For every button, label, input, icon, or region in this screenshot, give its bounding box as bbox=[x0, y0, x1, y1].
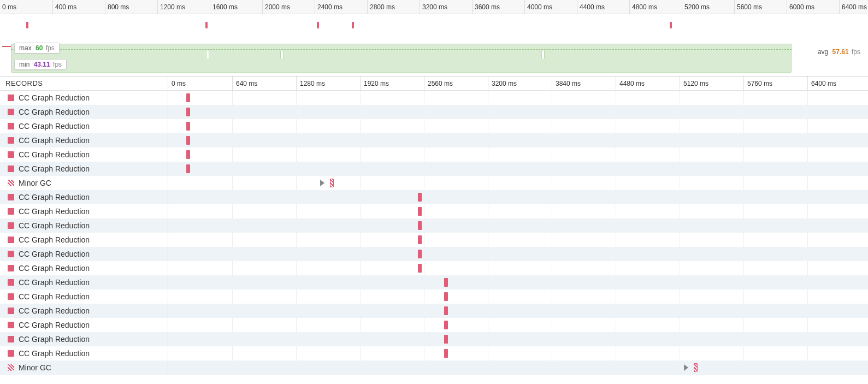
record-row[interactable]: Minor GC bbox=[0, 176, 168, 190]
record-row[interactable]: CC Graph Reduction bbox=[0, 275, 168, 290]
overview-tick: 4400 ms bbox=[577, 0, 629, 14]
cc-swatch-icon bbox=[8, 322, 14, 328]
fps-min-badge: min 43.11 fps bbox=[14, 59, 67, 70]
waterfall-tick: 4480 ms bbox=[616, 76, 680, 91]
overview-timeline[interactable]: 0 ms400 ms800 ms1200 ms1600 ms2000 ms240… bbox=[0, 0, 868, 37]
waterfall-row[interactable] bbox=[168, 190, 868, 204]
record-label: CC Graph Reduction bbox=[19, 136, 90, 145]
waterfall-tick: 5120 ms bbox=[680, 76, 743, 91]
overview-tick: 2800 ms bbox=[367, 0, 420, 14]
fps-max-label: max bbox=[19, 44, 32, 52]
cc-swatch-icon bbox=[8, 166, 14, 172]
cc-bar[interactable] bbox=[418, 207, 422, 216]
cc-bar[interactable] bbox=[186, 136, 190, 145]
waterfall-row[interactable] bbox=[168, 176, 868, 190]
overview-marker bbox=[205, 22, 208, 28]
record-row[interactable]: CC Graph Reduction bbox=[0, 91, 168, 105]
record-row[interactable]: CC Graph Reduction bbox=[0, 304, 168, 318]
overview-marker bbox=[352, 22, 354, 28]
record-row[interactable]: CC Graph Reduction bbox=[0, 133, 168, 147]
record-label: CC Graph Reduction bbox=[19, 264, 90, 273]
record-row[interactable]: CC Graph Reduction bbox=[0, 105, 168, 119]
cc-swatch-icon bbox=[8, 308, 14, 314]
records-sidebar: RECORDS CC Graph ReductionCC Graph Reduc… bbox=[0, 76, 168, 375]
cc-bar[interactable] bbox=[444, 335, 448, 344]
cc-bar[interactable] bbox=[186, 150, 190, 159]
cc-bar[interactable] bbox=[444, 306, 448, 315]
cc-bar[interactable] bbox=[418, 221, 422, 230]
record-row[interactable]: CC Graph Reduction bbox=[0, 346, 168, 361]
cc-bar[interactable] bbox=[418, 235, 422, 244]
overview-tick: 5200 ms bbox=[682, 0, 734, 14]
cc-swatch-icon bbox=[8, 94, 14, 101]
records-list: CC Graph ReductionCC Graph ReductionCC G… bbox=[0, 91, 168, 375]
waterfall-row[interactable] bbox=[168, 332, 868, 346]
record-label: CC Graph Reduction bbox=[19, 278, 90, 287]
cc-swatch-icon bbox=[8, 279, 14, 286]
fps-red-indicator bbox=[2, 46, 11, 47]
cc-bar[interactable] bbox=[444, 292, 448, 301]
waterfall-row[interactable] bbox=[168, 275, 868, 290]
fps-strip[interactable]: max 60 fps min 43.11 fps avg 57.61 fps bbox=[0, 37, 868, 76]
waterfall-row[interactable] bbox=[168, 133, 868, 147]
cc-bar[interactable] bbox=[186, 164, 190, 173]
waterfall-row[interactable] bbox=[168, 318, 868, 332]
overview-tick: 0 ms bbox=[0, 0, 52, 14]
waterfall-row[interactable] bbox=[168, 346, 868, 361]
waterfall-row[interactable] bbox=[168, 162, 868, 176]
cc-bar[interactable] bbox=[418, 264, 422, 273]
cc-bar[interactable] bbox=[444, 321, 448, 329]
record-row[interactable]: Minor GC bbox=[0, 361, 168, 375]
record-row[interactable]: CC Graph Reduction bbox=[0, 233, 168, 247]
cc-bar[interactable] bbox=[186, 122, 190, 131]
record-row[interactable]: CC Graph Reduction bbox=[0, 204, 168, 218]
expand-icon[interactable] bbox=[320, 180, 324, 186]
record-row[interactable]: CC Graph Reduction bbox=[0, 261, 168, 275]
waterfall-row[interactable] bbox=[168, 218, 868, 233]
cc-swatch-icon bbox=[8, 109, 14, 115]
record-label: Minor GC bbox=[19, 179, 51, 187]
waterfall-row[interactable] bbox=[168, 247, 868, 261]
waterfall-row[interactable] bbox=[168, 290, 868, 304]
cc-swatch-icon bbox=[8, 123, 14, 129]
record-row[interactable]: CC Graph Reduction bbox=[0, 332, 168, 346]
fps-max-badge: max 60 fps bbox=[14, 43, 60, 54]
record-label: CC Graph Reduction bbox=[19, 108, 90, 116]
waterfall-tick: 5760 ms bbox=[743, 76, 807, 91]
cc-bar[interactable] bbox=[418, 193, 422, 202]
expand-icon[interactable] bbox=[684, 364, 688, 371]
overview-tick: 1200 ms bbox=[157, 0, 210, 14]
fps-graph bbox=[11, 44, 792, 73]
waterfall-row[interactable] bbox=[168, 105, 868, 119]
gc-swatch-icon bbox=[8, 180, 14, 186]
gc-bar[interactable] bbox=[694, 363, 698, 372]
overview-tick: 6400 ms bbox=[839, 0, 868, 14]
record-row[interactable]: CC Graph Reduction bbox=[0, 318, 168, 332]
cc-swatch-icon bbox=[8, 137, 14, 144]
cc-bar[interactable] bbox=[186, 108, 190, 116]
record-row[interactable]: CC Graph Reduction bbox=[0, 119, 168, 133]
gc-bar[interactable] bbox=[330, 179, 334, 187]
waterfall-row[interactable] bbox=[168, 261, 868, 275]
cc-bar[interactable] bbox=[444, 349, 448, 358]
cc-swatch-icon bbox=[8, 251, 14, 257]
record-row[interactable]: CC Graph Reduction bbox=[0, 290, 168, 304]
record-row[interactable]: CC Graph Reduction bbox=[0, 247, 168, 261]
waterfall-row[interactable] bbox=[168, 147, 868, 162]
waterfall-chart[interactable]: 0 ms640 ms1280 ms1920 ms2560 ms3200 ms38… bbox=[168, 76, 868, 375]
waterfall-row[interactable] bbox=[168, 361, 868, 375]
record-row[interactable]: CC Graph Reduction bbox=[0, 190, 168, 204]
cc-bar[interactable] bbox=[444, 278, 448, 287]
waterfall-row[interactable] bbox=[168, 119, 868, 133]
waterfall-row[interactable] bbox=[168, 91, 868, 105]
record-row[interactable]: CC Graph Reduction bbox=[0, 218, 168, 233]
waterfall-rows bbox=[168, 91, 868, 375]
waterfall-row[interactable] bbox=[168, 233, 868, 247]
cc-bar[interactable] bbox=[186, 93, 190, 102]
record-row[interactable]: CC Graph Reduction bbox=[0, 162, 168, 176]
overview-tick: 4800 ms bbox=[629, 0, 682, 14]
cc-bar[interactable] bbox=[418, 250, 422, 258]
waterfall-row[interactable] bbox=[168, 204, 868, 218]
waterfall-row[interactable] bbox=[168, 304, 868, 318]
record-row[interactable]: CC Graph Reduction bbox=[0, 147, 168, 162]
